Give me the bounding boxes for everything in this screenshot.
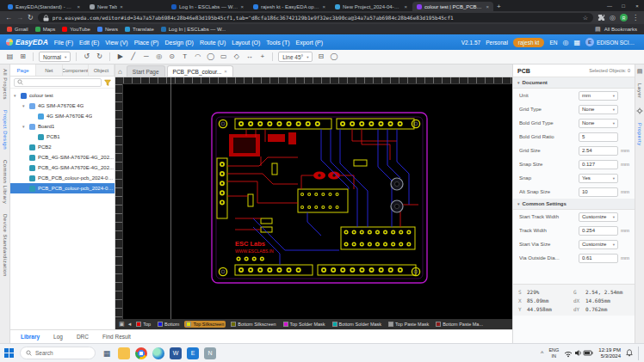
bookmark-star-icon[interactable]: ☆ [583,15,588,21]
team-account[interactable]: E EDISON SCIEN... [585,38,638,46]
doc-tab-start-page[interactable]: Start Page [127,65,165,77]
design-manager-icon[interactable]: ▤ [5,53,15,60]
layer-bottom[interactable]: Bottom [156,321,181,328]
expander-icon[interactable]: ▾ [22,103,27,108]
easyeda-logo[interactable]: EasyEDA [6,38,48,46]
reload-icon[interactable]: ↻ [28,15,34,21]
via-tool-icon[interactable]: ◎ [154,53,164,60]
section-document[interactable]: ▾ Document [513,77,635,89]
task-view-icon[interactable]: ▦ [101,347,113,359]
dimension-tool-icon[interactable]: ↔ [245,53,254,60]
tree-item-board[interactable]: ▾ 4G SIM-A7670E 4G [10,101,115,111]
notifications-icon[interactable]: ◎ [562,39,568,46]
snap-select[interactable]: Yes▾ [579,174,618,183]
browser-tab[interactable]: rajesh kt - EasyEDA open... × [249,2,330,11]
menu-design[interactable]: Design (D) [164,40,193,46]
show-desktop-button[interactable] [638,347,640,360]
origin-tool-icon[interactable]: + [257,53,267,60]
line-angle-select[interactable]: Line 45°▾ [278,52,313,62]
profile-avatar[interactable]: R [620,14,628,21]
bookmark-item[interactable]: News [97,27,118,32]
unit-select[interactable]: mm▾ [579,91,618,101]
menu-tools[interactable]: Tools (T) [266,40,289,46]
tab-object[interactable]: Object [89,64,115,76]
tab-close-icon[interactable]: × [486,4,489,9]
expander-icon[interactable]: ▾ [22,124,27,129]
tree-item-schematic[interactable]: 4G SIM-A7670E 4G [10,111,115,121]
undo-icon[interactable]: ↺ [82,53,91,60]
filter-funnel-icon[interactable] [104,79,111,86]
redo-icon[interactable]: ↻ [95,53,104,60]
doc-tab-pcb[interactable]: PCB_PCB_colour... × [167,65,233,77]
bold-grid-ratio-input[interactable] [582,134,615,139]
tab-drc[interactable]: DRC [77,334,89,340]
minimize-button[interactable]: — [603,3,616,9]
notepad-icon[interactable]: N [204,347,216,359]
circle-tool-icon[interactable]: ◯ [206,53,215,60]
apps-grid-icon[interactable]: ▦ [573,39,580,46]
tray-status-icons[interactable] [564,348,593,358]
tab-close-icon[interactable]: × [120,4,123,9]
close-button[interactable]: × [630,3,644,9]
layer-bottom-silkscreen[interactable]: Bottom Silkscreen [229,321,277,328]
layer-top-solder-mask[interactable]: Top Solder Mask [282,321,327,328]
rect-tool-icon[interactable]: ▭ [219,53,228,60]
word-icon[interactable]: W [170,347,182,359]
layers-icon[interactable]: ▤ [637,68,643,75]
layer-top-paste-mask[interactable]: Top Paste Mask [387,321,430,328]
pcb-drawing[interactable]: ESC Labs WWW.ESCLABS.IN [123,84,512,319]
taskbar-search[interactable]: Search [20,347,96,359]
extensions-puzzle-icon[interactable] [598,14,605,21]
tree-item-pcb[interactable]: PCB_PCB_colour-pcb_2024-04... [10,173,115,183]
tab-close-icon[interactable]: × [77,4,80,9]
browser-menu-icon[interactable]: ⋮ [632,15,639,21]
section-common-settings[interactable]: ▾ Common Settings [513,199,635,210]
bookmark-item[interactable]: Maps [35,27,56,32]
tree-item-pcb[interactable]: PCB_4G-SIM-A7670E-4G_202... [10,163,115,173]
tab-page[interactable]: Page [10,64,36,76]
language-indicator[interactable]: ENG IN [548,347,559,358]
browser-tab[interactable]: New Tab × [85,2,166,11]
pad-tool-icon[interactable]: ⊙ [167,53,176,60]
rail-all-projects[interactable]: All Projects [3,69,8,100]
tab-log[interactable]: Log [53,334,63,340]
zoom-tool-icon[interactable]: ◯ [329,53,338,60]
bookmark-item[interactable]: Log In | ESCLabs — W... [161,27,226,32]
taskbar-clock[interactable]: 12:19 PM 5/3/2024 [598,347,621,359]
browser-tab[interactable]: EasyEDA(Standard) - A S... × [3,2,84,11]
tab-net[interactable]: Net [36,64,62,76]
rail-tab-layer[interactable]: Layer [637,83,642,99]
menu-place[interactable]: Place (P) [134,40,159,46]
layer-top[interactable]: Top [134,321,152,328]
bookmark-item[interactable]: YouTube [62,27,90,32]
url-bar[interactable]: pro.easyeda.com/editor#id=34a7a57ab6984c… [38,13,593,22]
tree-item-board[interactable]: ▾ Board1 [10,121,115,132]
tree-item-pcb[interactable]: PCB2 [10,142,115,152]
menu-file[interactable]: File (F) [54,40,73,46]
edge-icon[interactable] [152,347,164,359]
menu-edit[interactable]: Edit (E) [79,40,99,46]
tab-close-icon[interactable]: × [404,4,407,9]
menu-layout[interactable]: Layout (O) [232,40,260,46]
rail-project-design[interactable]: Project Design [3,110,8,150]
start-button[interactable] [4,348,15,359]
chrome-icon[interactable] [135,347,147,359]
track-tool-icon[interactable]: ╱ [128,53,138,60]
plan-label[interactable]: Personal [486,40,508,46]
snap-size-input[interactable] [582,162,615,167]
start-track-width-select[interactable]: Customize▾ [579,212,618,222]
tree-item-pcb-selected[interactable]: PCB_PCB_colour-pcb_2024-04... [10,183,115,193]
grid-size-input[interactable] [582,148,615,153]
new-tab-button[interactable]: + [497,3,501,10]
polygon-tool-icon[interactable]: ◇ [232,53,241,60]
browser-tab-active[interactable]: colour test | PCB_PCB_col... × [412,2,493,11]
search-input[interactable] [14,78,102,87]
canvas-mode-select[interactable]: Normal▾ [39,52,71,62]
notifications-bell-icon[interactable] [626,349,633,357]
text-tool-icon[interactable]: T [180,53,189,60]
measure-tool-icon[interactable]: ⊟ [316,53,325,60]
menu-route[interactable]: Route (U) [200,40,226,46]
menu-view[interactable]: View (V) [105,40,127,46]
tree-item-pcb[interactable]: PCB1 [10,132,115,142]
tree-item-project[interactable]: ▾ colour test [10,90,115,101]
